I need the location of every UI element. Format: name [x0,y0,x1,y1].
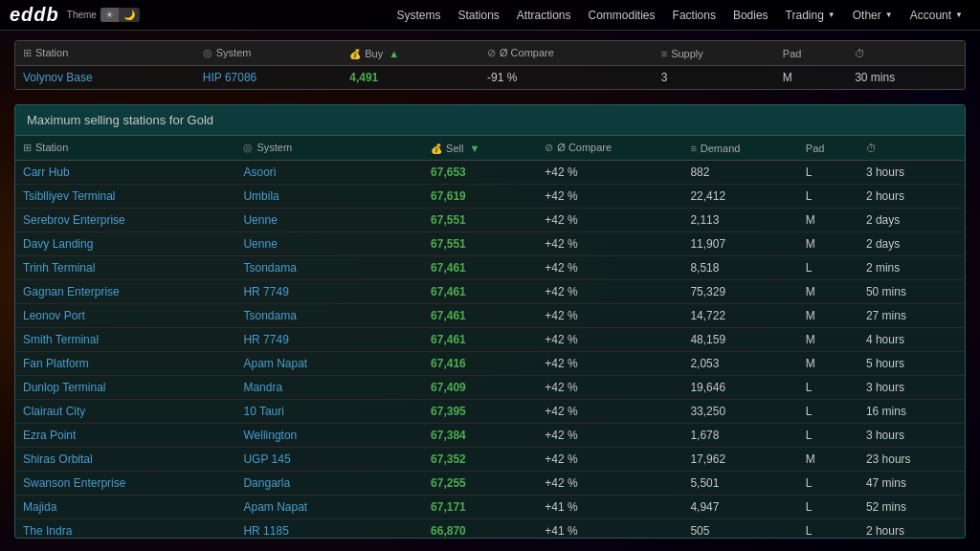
sell-station-link[interactable]: Swanson Enterprise [23,476,125,490]
sell-station-cell[interactable]: Leonov Port [15,304,235,328]
sell-station-link[interactable]: Gagnan Enterprise [23,285,120,298]
sell-system-link[interactable]: Tsondama [243,261,296,275]
sell-station-link[interactable]: Fan Platform [23,357,89,370]
sell-system-link[interactable]: Wellington [243,429,297,442]
sell-system-link[interactable]: 10 Tauri [243,405,283,418]
sell-table-row: Smith Terminal HR 7749 67,461 +42 % 48,1… [15,328,965,352]
sell-station-cell[interactable]: Tsiblliyev Terminal [15,185,235,209]
sell-system-cell[interactable]: Tsondama [235,256,423,280]
sell-compare-cell: +42 % [537,352,682,376]
nav-other-dropdown[interactable]: Other ▼ [845,5,901,26]
sell-system-link[interactable]: Mandra [243,381,282,394]
nav-account-dropdown[interactable]: Account ▼ [902,5,970,26]
buy-system-link[interactable]: HIP 67086 [203,71,257,84]
sell-system-link[interactable]: Tsondama [243,309,296,322]
sell-system-link[interactable]: Umbila [243,189,278,203]
sell-system-link[interactable]: Apam Napat [243,357,307,370]
nav-factions[interactable]: Factions [665,5,724,26]
sell-station-link[interactable]: Tsiblliyev Terminal [23,189,115,203]
sell-time-cell: 4 hours [858,328,965,352]
sell-station-link[interactable]: Ezra Point [23,429,76,442]
sell-station-cell[interactable]: Smith Terminal [15,328,235,352]
buy-system-cell[interactable]: HIP 67086 [195,66,342,90]
sell-station-link[interactable]: Carr Hub [23,165,70,179]
sell-station-link[interactable]: Trinh Terminal [23,261,95,275]
sell-station-cell[interactable]: Serebrov Enterprise [15,209,235,232]
sell-system-cell[interactable]: Apam Napat [235,496,423,519]
sell-system-cell[interactable]: HR 1185 [235,519,423,539]
nav-systems[interactable]: Systems [389,5,448,26]
nav-trading-dropdown[interactable]: Trading ▼ [778,5,843,26]
buy-col-station[interactable]: Station [15,41,195,66]
sell-col-system[interactable]: System [235,136,423,161]
sell-system-cell[interactable]: Wellington [235,424,423,448]
buy-station-link[interactable]: Volynov Base [23,71,93,84]
sell-system-cell[interactable]: Dangarla [235,472,423,496]
buy-col-pad[interactable]: Pad [775,41,847,66]
sell-station-link[interactable]: Clairaut City [23,405,85,418]
nav-commodities[interactable]: Commodities [581,5,663,26]
sell-station-cell[interactable]: Gagnan Enterprise [15,280,235,304]
sell-station-cell[interactable]: Fan Platform [15,352,235,376]
buy-col-compare[interactable]: Ø Compare [479,41,654,66]
sell-station-cell[interactable]: Ezra Point [15,424,235,448]
buy-col-system[interactable]: System [195,41,342,66]
theme-light-btn[interactable]: ☀ [100,8,119,22]
sell-system-cell[interactable]: HR 7749 [235,328,423,352]
sell-station-link[interactable]: Serebrov Enterprise [23,213,125,227]
sell-station-cell[interactable]: Dunlop Terminal [15,376,235,400]
buy-station-cell[interactable]: Volynov Base [15,66,195,90]
sell-station-cell[interactable]: Shiras Orbital [15,448,235,472]
sell-station-cell[interactable]: Davy Landing [15,232,235,256]
sell-system-cell[interactable]: HR 7749 [235,280,423,304]
sell-system-cell[interactable]: Mandra [235,376,423,400]
sell-system-cell[interactable]: UGP 145 [235,448,423,472]
sell-system-cell[interactable]: Uenne [235,209,423,232]
sell-col-compare[interactable]: Ø Compare [537,136,682,161]
sell-system-link[interactable]: Apam Napat [243,500,307,514]
nav-stations[interactable]: Stations [450,5,506,26]
sell-station-link[interactable]: Leonov Port [23,309,85,322]
sell-system-link[interactable]: HR 7749 [243,333,288,346]
sell-col-sell[interactable]: Sell ▼ [423,136,537,161]
sell-station-cell[interactable]: Trinh Terminal [15,256,235,280]
sell-station-link[interactable]: The Indra [23,524,72,538]
sell-station-cell[interactable]: Majida [15,496,235,519]
nav-bodies[interactable]: Bodies [725,5,776,26]
sell-station-cell[interactable]: Carr Hub [15,161,235,185]
sell-system-link[interactable]: HR 7749 [243,285,288,298]
sell-station-cell[interactable]: Swanson Enterprise [15,472,235,496]
buy-compare-cell: -91 % [479,66,654,90]
sell-station-link[interactable]: Majida [23,500,56,514]
sell-col-station[interactable]: Station [15,136,235,161]
sell-system-link[interactable]: HR 1185 [243,524,288,538]
buy-col-supply[interactable]: Supply [654,41,775,66]
sell-station-link[interactable]: Dunlop Terminal [23,381,106,394]
buy-col-buy[interactable]: Buy ▲ [342,41,479,66]
sell-system-link[interactable]: UGP 145 [243,452,290,466]
sell-system-cell[interactable]: 10 Tauri [235,400,423,424]
sell-system-link[interactable]: Asoori [243,165,276,179]
sell-system-link[interactable]: Uenne [243,237,277,251]
sell-system-cell[interactable]: Uenne [235,232,423,256]
sell-table-scroll[interactable]: Station System Sell ▼ Ø Compare Demand P… [15,136,965,538]
sell-station-cell[interactable]: Clairaut City [15,400,235,424]
sell-station-link[interactable]: Davy Landing [23,237,93,251]
sell-compare-cell: +42 % [537,161,682,185]
theme-dark-btn[interactable]: 🌙 [119,8,140,22]
sell-station-link[interactable]: Smith Terminal [23,333,99,346]
sell-station-cell[interactable]: The Indra [15,519,235,539]
sell-col-pad[interactable]: Pad [798,136,858,161]
sell-system-cell[interactable]: Asoori [235,161,423,185]
buy-col-time[interactable] [847,41,965,66]
sell-system-cell[interactable]: Tsondama [235,304,423,328]
sell-system-cell[interactable]: Umbila [235,185,423,209]
sell-col-demand[interactable]: Demand [682,136,797,161]
site-logo[interactable]: eddb [10,4,59,26]
sell-station-link[interactable]: Shiras Orbital [23,452,93,466]
sell-col-time[interactable] [858,136,965,161]
sell-system-link[interactable]: Uenne [243,213,277,227]
sell-system-cell[interactable]: Apam Napat [235,352,423,376]
nav-attractions[interactable]: Attractions [509,5,579,26]
sell-system-link[interactable]: Dangarla [243,476,290,490]
